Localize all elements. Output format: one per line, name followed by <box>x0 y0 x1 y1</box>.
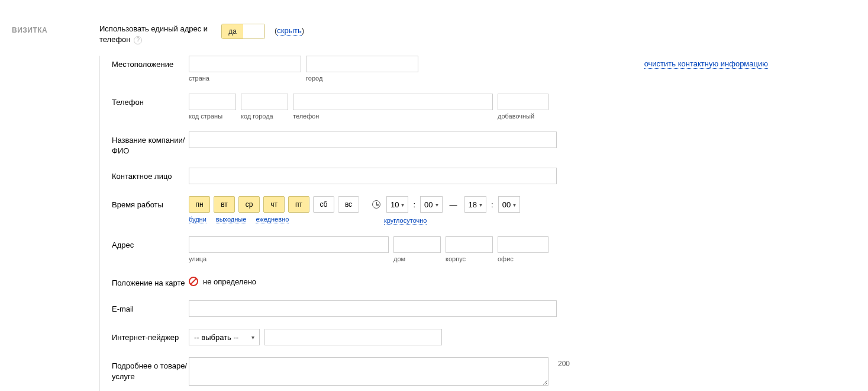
unified-address-toggle[interactable]: да <box>221 24 265 39</box>
help-icon[interactable]: ? <box>134 36 142 44</box>
time-from-hour[interactable]: 10▾ <box>386 196 408 213</box>
chevron-down-icon: ▾ <box>251 334 254 341</box>
time-from-min[interactable]: 00▾ <box>420 196 442 213</box>
label-phone: Телефон <box>112 94 189 108</box>
time-to-hour[interactable]: 18▾ <box>464 196 486 213</box>
country-code-input[interactable] <box>189 94 236 110</box>
sublabel-city: город <box>306 75 418 82</box>
quick-around-clock[interactable]: круглосуточно <box>384 217 427 225</box>
email-input[interactable] <box>189 300 557 317</box>
label-location: Местоположение <box>112 56 189 70</box>
chevron-down-icon: ▾ <box>479 201 482 208</box>
contact-input[interactable] <box>189 168 557 184</box>
sublabel-citycode: код города <box>241 113 288 120</box>
day-sat[interactable]: сб <box>313 196 334 213</box>
clear-contact-link[interactable]: очистить контактную информацию <box>644 59 768 69</box>
city-input[interactable] <box>306 56 418 72</box>
label-address: Адрес <box>112 236 189 251</box>
pager-id-input[interactable] <box>264 329 442 345</box>
day-sun[interactable]: вс <box>338 196 359 213</box>
street-input[interactable] <box>189 236 389 253</box>
day-fri[interactable]: пт <box>288 196 309 213</box>
house-input[interactable] <box>393 236 441 253</box>
sublabel-country: страна <box>189 75 301 82</box>
day-wed[interactable]: ср <box>238 196 260 213</box>
toggle-on[interactable]: да <box>222 24 243 39</box>
time-to-min[interactable]: 00▾ <box>498 196 520 213</box>
label-map-pos: Положение на карте <box>112 274 189 289</box>
sublabel-street: улица <box>189 255 389 262</box>
day-thu[interactable]: чт <box>263 196 285 213</box>
country-input[interactable] <box>189 56 301 72</box>
label-contact: Контактное лицо <box>112 168 189 182</box>
quick-daily[interactable]: ежедневно <box>256 216 289 223</box>
day-tue[interactable]: вт <box>214 196 235 213</box>
toggle-off[interactable] <box>243 24 264 39</box>
hide-link-wrap: (скрыть) <box>275 26 304 35</box>
quick-weekdays[interactable]: будни <box>189 216 206 223</box>
company-input[interactable] <box>189 132 557 148</box>
label-details: Подробнее о товаре/услуге <box>112 357 189 382</box>
hide-link[interactable]: скрыть <box>277 26 302 36</box>
day-mon[interactable]: пн <box>189 196 210 213</box>
pager-select[interactable]: -- выбрать -- ▾ <box>189 329 260 345</box>
label-email: E-mail <box>112 300 189 315</box>
details-textarea[interactable] <box>189 357 548 386</box>
city-code-input[interactable] <box>241 94 288 110</box>
ext-input[interactable] <box>498 94 548 110</box>
chevron-down-icon: ▾ <box>513 201 516 208</box>
section-title: ВИЗИТКА <box>12 24 99 34</box>
header-text: Использовать единый адрес и телефон ? <box>99 24 212 45</box>
office-input[interactable] <box>498 236 548 253</box>
chevron-down-icon: ▾ <box>435 201 438 208</box>
label-pager: Интернет-пейджер <box>112 329 189 343</box>
sublabel-ccode: код страны <box>189 113 236 120</box>
label-hours: Время работы <box>112 196 189 210</box>
sublabel-office: офис <box>498 255 548 262</box>
phone-input[interactable] <box>293 94 493 110</box>
sublabel-ext: добавочный <box>498 113 548 120</box>
label-company: Название компании/ФИО <box>112 132 189 156</box>
sublabel-house: дом <box>393 255 441 262</box>
sublabel-corpus: корпус <box>446 255 493 262</box>
chevron-down-icon: ▾ <box>401 201 404 208</box>
not-determined-icon <box>189 277 198 286</box>
corpus-input[interactable] <box>446 236 493 253</box>
clock-icon <box>372 200 380 209</box>
map-status-text: не определено <box>203 277 256 286</box>
details-counter: 200 <box>558 360 570 368</box>
quick-weekend[interactable]: выходные <box>216 216 247 223</box>
sublabel-phone: телефон <box>293 113 493 120</box>
